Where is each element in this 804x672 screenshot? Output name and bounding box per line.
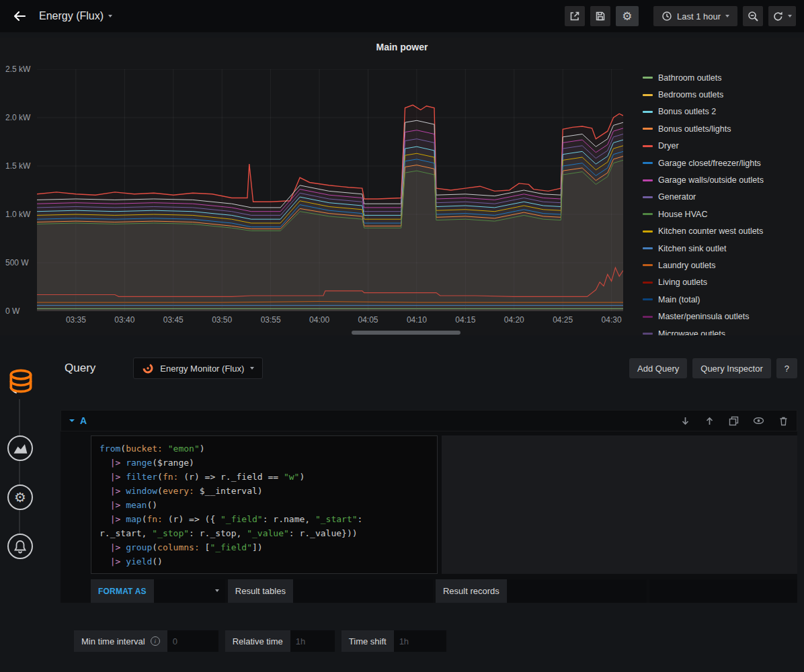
- legend-label[interactable]: Microwave outlets: [658, 329, 725, 335]
- legend-color-dash[interactable]: [643, 179, 653, 181]
- query-editor-body: from(bucket: "emon") |> range($range) |>…: [61, 431, 797, 603]
- format-as-select[interactable]: [154, 579, 225, 603]
- add-query-button[interactable]: Add Query: [629, 358, 687, 378]
- back-button[interactable]: [8, 5, 31, 28]
- move-down-button[interactable]: [680, 416, 690, 426]
- legend-color-dash[interactable]: [643, 247, 653, 249]
- legend-label[interactable]: Bonus outlets/lights: [658, 124, 731, 134]
- y-tick-label: 2.0 kW: [5, 113, 30, 122]
- duplicate-query-button[interactable]: [729, 416, 739, 426]
- legend-color-dash[interactable]: [643, 196, 653, 198]
- chevron-down-icon: [108, 15, 112, 17]
- chart-canvas[interactable]: [37, 69, 623, 311]
- horizontal-scrollbar[interactable]: [352, 331, 460, 335]
- legend-item[interactable]: Garage walls/outside outlets: [637, 171, 804, 188]
- legend-color-dash[interactable]: [643, 282, 653, 284]
- legend-label[interactable]: Kitchen sink outlet: [658, 244, 726, 253]
- legend-label[interactable]: Bathroom outlets: [658, 73, 722, 83]
- x-tick-label: 03:45: [157, 315, 190, 325]
- refresh-interval-chevron-icon[interactable]: [788, 15, 792, 17]
- legend-label[interactable]: Kitchen counter west outlets: [658, 226, 763, 236]
- settings-button[interactable]: ⚙: [616, 6, 639, 26]
- query-inspector-button[interactable]: Query Inspector: [692, 358, 771, 378]
- zoom-out-button[interactable]: [743, 6, 763, 26]
- legend-color-dash[interactable]: [643, 213, 653, 215]
- legend-item[interactable]: Kitchen sink outlet: [637, 240, 804, 257]
- legend-label[interactable]: Garage closet/freezer/lights: [658, 159, 761, 168]
- legend-color-dash[interactable]: [643, 298, 653, 300]
- save-button[interactable]: [590, 6, 610, 26]
- delete-query-button[interactable]: [778, 416, 789, 426]
- legend-color-dash[interactable]: [643, 94, 653, 96]
- toggle-visibility-button[interactable]: [753, 416, 764, 425]
- legend-item[interactable]: Bedrooms outlets: [637, 86, 804, 103]
- legend-item[interactable]: Generator: [637, 189, 804, 206]
- collapse-chevron-icon[interactable]: [69, 419, 75, 422]
- time-picker-button[interactable]: Last 1 hour: [653, 6, 737, 26]
- datasource-name: Energy Monitor (Flux): [160, 364, 244, 374]
- eye-icon: [753, 416, 764, 425]
- min-time-interval-input[interactable]: [167, 630, 218, 652]
- dashboard-title-dropdown[interactable]: Energy (Flux): [39, 10, 112, 22]
- legend-item[interactable]: Bonus outlets/lights: [637, 120, 804, 137]
- x-tick-label: 04:10: [400, 315, 434, 325]
- legend-item[interactable]: Garage closet/freezer/lights: [637, 155, 804, 171]
- legend-color-dash[interactable]: [643, 316, 653, 318]
- code-line: r._start, "_stop": r._stop, "_value": r.…: [99, 526, 429, 540]
- legend-color-dash[interactable]: [643, 162, 653, 164]
- legend-label[interactable]: House HVAC: [658, 210, 707, 219]
- x-tick-label: 04:15: [448, 315, 482, 325]
- legend-color-dash[interactable]: [643, 333, 653, 335]
- time-shift-input[interactable]: [394, 630, 446, 652]
- plot-area[interactable]: [37, 69, 623, 311]
- relative-time-input[interactable]: [290, 630, 335, 652]
- legend-item[interactable]: Microwave outlets: [637, 325, 804, 335]
- legend-color-dash[interactable]: [643, 128, 653, 130]
- legend-label[interactable]: Bedrooms outlets: [658, 90, 723, 99]
- panel-time-options: Min time interval i Relative time Time s…: [74, 630, 453, 652]
- legend-label[interactable]: Living outlets: [658, 278, 707, 287]
- chevron-down-icon: [725, 15, 729, 17]
- legend-item[interactable]: Laundry outlets: [637, 257, 804, 274]
- share-button[interactable]: [565, 6, 585, 26]
- move-up-button[interactable]: [705, 416, 715, 426]
- legend-item[interactable]: Master/peninsula outlets: [637, 308, 804, 325]
- legend-label[interactable]: Main (total): [658, 295, 700, 304]
- help-button[interactable]: ?: [776, 358, 797, 378]
- legend-item[interactable]: Kitchen counter west outlets: [637, 223, 804, 240]
- legend-item[interactable]: Bonus outlets 2: [637, 103, 804, 120]
- legend-color-dash[interactable]: [643, 77, 653, 79]
- legend-label[interactable]: Master/peninsula outlets: [658, 312, 750, 321]
- legend-item[interactable]: Bathroom outlets: [637, 69, 804, 86]
- datasource-picker[interactable]: Energy Monitor (Flux): [133, 358, 263, 379]
- legend-label[interactable]: Garage walls/outside outlets: [658, 175, 764, 185]
- copy-icon: [729, 416, 739, 426]
- legend-item[interactable]: Living outlets: [637, 274, 804, 291]
- code-line: |> window(every: $__interval): [99, 484, 429, 498]
- legend-label[interactable]: Bonus outlets 2: [658, 107, 716, 116]
- result-records-input[interactable]: [507, 579, 647, 603]
- legend-color-dash[interactable]: [643, 230, 653, 233]
- legend-color-dash[interactable]: [643, 264, 653, 266]
- legend-color-dash[interactable]: [643, 145, 653, 147]
- tab-visualization[interactable]: [7, 435, 33, 461]
- tab-queries[interactable]: [3, 364, 38, 398]
- info-icon[interactable]: i: [151, 636, 160, 646]
- legend-item[interactable]: Main (total): [637, 291, 804, 308]
- result-extra-input[interactable]: [649, 579, 797, 603]
- tab-general[interactable]: ⚙: [7, 485, 33, 510]
- legend-label[interactable]: Dryer: [658, 141, 679, 151]
- flux-query-editor[interactable]: from(bucket: "emon") |> range($range) |>…: [91, 435, 438, 574]
- legend-item[interactable]: House HVAC: [637, 206, 804, 222]
- result-tables-input[interactable]: [293, 579, 433, 603]
- tab-alert[interactable]: [7, 534, 33, 559]
- query-ref-id[interactable]: A: [80, 415, 87, 426]
- legend-label[interactable]: Generator: [658, 192, 696, 202]
- save-icon: [594, 10, 606, 22]
- legend-item[interactable]: Dryer: [637, 138, 804, 155]
- legend-label[interactable]: Laundry outlets: [658, 261, 715, 270]
- x-tick-label: 03:55: [254, 315, 288, 325]
- legend-color-dash[interactable]: [643, 111, 653, 113]
- refresh-button[interactable]: [768, 6, 796, 26]
- dashboard-title: Energy (Flux): [39, 10, 104, 22]
